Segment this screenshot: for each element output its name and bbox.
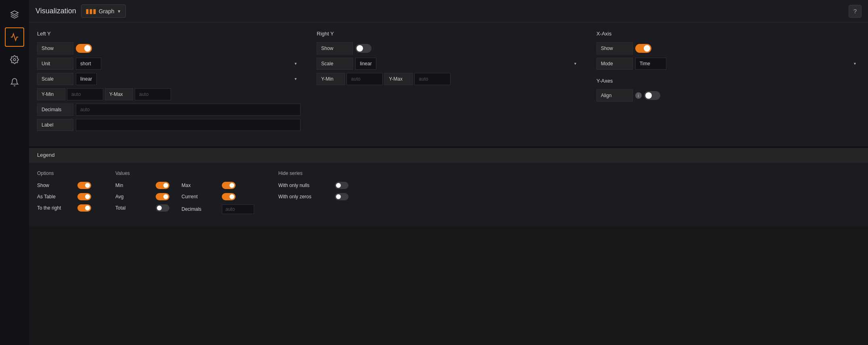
legend-as-table-toggle[interactable] (77, 193, 91, 200)
legend-max-toggle[interactable] (222, 182, 236, 189)
bar-chart-icon: ▮▮▮ (86, 7, 96, 15)
sidebar-item-bell[interactable] (5, 73, 24, 92)
right-y-show-row: Show (317, 42, 580, 54)
panel-title: Visualization (35, 7, 76, 15)
legend-to-right-row: To the right (37, 204, 91, 212)
y-axes-subsection: Y-Axes Align i (597, 78, 860, 102)
legend-only-zeros-label: With only zeros (278, 194, 331, 200)
right-y-scale-wrapper: linear log (355, 58, 580, 70)
legend-values-title: Values (115, 170, 254, 176)
left-y-unit-wrapper: short percent ms s (76, 58, 300, 70)
legend-show-label: Show (37, 183, 73, 188)
left-y-decimals-input[interactable] (76, 104, 300, 116)
legend-min-toggle[interactable] (156, 182, 169, 189)
legend-total-row: Total (115, 204, 169, 212)
graph-type-label: Graph (99, 8, 115, 15)
legend-header: Legend (29, 148, 868, 162)
right-y-ymax-label: Y-Max (384, 73, 413, 85)
legend-avg-row: Avg (115, 193, 169, 200)
left-y-label-input[interactable] (76, 119, 300, 131)
legend-show-toggle[interactable] (77, 182, 91, 189)
y-axes-align-label: Align (597, 89, 633, 102)
sidebar-item-gear[interactable] (5, 50, 24, 69)
left-y-minmax-row: Y-Min Y-Max (37, 88, 300, 100)
legend-current-label: Current (182, 194, 218, 200)
legend-current-toggle[interactable] (222, 193, 236, 200)
right-y-scale-select[interactable]: linear log (355, 58, 376, 70)
chevron-down-icon: ▼ (117, 9, 121, 14)
right-y-ymin-input[interactable] (346, 73, 383, 85)
legend-to-right-toggle[interactable] (77, 204, 91, 212)
left-y-show-toggle[interactable] (76, 44, 92, 53)
legend-as-table-row: As Table (37, 193, 91, 200)
sidebar-item-layers[interactable] (5, 5, 24, 24)
right-y-minmax-row: Y-Min Y-Max (317, 73, 580, 85)
left-y-scale-select[interactable]: linear log (76, 73, 97, 85)
legend-values-col: Values Min Avg Tota (115, 170, 254, 218)
legend-only-nulls-row: With only nulls (278, 182, 348, 189)
legend-decimals-input[interactable] (222, 204, 254, 214)
x-axis-show-toggle[interactable] (635, 44, 651, 53)
legend-avg-toggle[interactable] (156, 193, 169, 200)
x-axis-title: X-Axis (597, 31, 860, 37)
left-y-unit-select[interactable]: short percent ms s (76, 58, 101, 70)
legend-total-toggle[interactable] (156, 204, 169, 212)
content-area: Left Y Show Unit short percent ms s (29, 23, 868, 345)
legend-decimals-label: Decimals (182, 206, 218, 212)
y-axes-align-toggle[interactable] (644, 91, 660, 100)
legend-title: Legend (37, 152, 54, 158)
y-axes-align-row: Align i (597, 89, 860, 102)
left-y-decimals-label: Decimals (37, 104, 73, 116)
legend-section: Legend Options Show As Table To the rig (29, 146, 868, 226)
right-y-group: Right Y Show Scale linear log (317, 31, 580, 134)
svg-marker-0 (11, 11, 18, 15)
left-y-ymax-label: Y-Max (105, 88, 133, 100)
svg-point-1 (13, 58, 16, 61)
left-y-scale-row: Scale linear log (37, 73, 300, 85)
left-y-title: Left Y (37, 31, 300, 37)
left-y-ymax-input[interactable] (135, 88, 171, 100)
left-y-label-label: Label (37, 119, 73, 131)
legend-only-zeros-toggle[interactable] (335, 193, 348, 200)
left-y-show-row: Show (37, 42, 300, 54)
legend-max-row: Max (182, 182, 254, 189)
left-y-ymin-input[interactable] (67, 88, 103, 100)
align-info-icon[interactable]: i (635, 92, 642, 99)
left-y-show-label: Show (37, 42, 73, 54)
left-y-group: Left Y Show Unit short percent ms s (37, 31, 300, 134)
legend-avg-label: Avg (115, 194, 152, 200)
legend-decimals-row: Decimals (182, 204, 254, 214)
right-y-title: Right Y (317, 31, 580, 37)
right-y-show-label: Show (317, 42, 353, 54)
axes-row: Left Y Show Unit short percent ms s (37, 31, 860, 134)
legend-only-nulls-toggle[interactable] (335, 182, 348, 189)
left-y-decimals-row: Decimals (37, 104, 300, 116)
legend-only-nulls-label: With only nulls (278, 183, 331, 188)
legend-content: Options Show As Table To the right (29, 162, 868, 226)
legend-max-label: Max (182, 183, 218, 188)
legend-values-left: Min Avg Total (115, 182, 169, 218)
left-y-scale-wrapper: linear log (76, 73, 300, 85)
x-axis-mode-select[interactable]: Time Series Histogram (635, 58, 666, 70)
legend-min-row: Min (115, 182, 169, 189)
left-y-label-row: Label (37, 119, 300, 131)
legend-options-title: Options (37, 170, 91, 176)
left-y-ymin-label: Y-Min (37, 88, 65, 100)
sidebar-item-chart[interactable] (5, 27, 24, 47)
legend-show-row: Show (37, 182, 91, 189)
right-y-show-toggle[interactable] (355, 44, 371, 53)
left-y-unit-label: Unit (37, 58, 73, 70)
left-y-unit-row: Unit short percent ms s (37, 58, 300, 70)
right-y-ymax-input[interactable] (414, 73, 451, 85)
x-axis-show-row: Show (597, 42, 860, 54)
x-axis-mode-wrapper: Time Series Histogram (635, 58, 860, 70)
sidebar (0, 0, 29, 345)
graph-type-button[interactable]: ▮▮▮ Graph ▼ (81, 4, 126, 18)
legend-values-right: Max Current Decimals (182, 182, 254, 218)
help-button[interactable]: ? (849, 5, 862, 18)
legend-to-right-label: To the right (37, 205, 73, 211)
legend-as-table-label: As Table (37, 194, 73, 200)
right-y-ymin-label: Y-Min (317, 73, 345, 85)
legend-current-row: Current (182, 193, 254, 200)
legend-hide-series-col: Hide series With only nulls With only ze… (278, 170, 348, 218)
